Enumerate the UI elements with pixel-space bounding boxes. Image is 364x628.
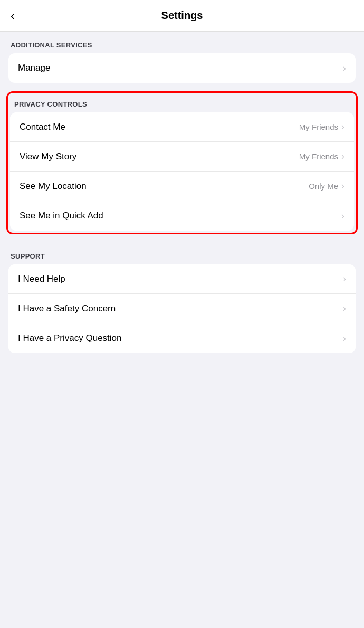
view-my-story-item[interactable]: View My Story My Friends › — [10, 142, 354, 172]
need-help-item[interactable]: I Need Help › — [8, 264, 356, 294]
safety-concern-item[interactable]: I Have a Safety Concern › — [8, 294, 356, 323]
see-me-in-quick-add-chevron: › — [341, 211, 344, 222]
privacy-controls-label: PRIVACY CONTROLS — [10, 95, 354, 112]
manage-chevron: › — [343, 63, 346, 74]
privacy-question-right: › — [343, 333, 346, 344]
see-my-location-label: See My Location — [20, 181, 87, 192]
additional-services-label: ADDITIONAL SERVICES — [0, 32, 364, 53]
view-my-story-label: View My Story — [20, 151, 76, 162]
need-help-label: I Need Help — [18, 274, 65, 284]
support-card: I Need Help › I Have a Safety Concern › … — [8, 264, 356, 353]
privacy-controls-card: Contact Me My Friends › View My Story My… — [10, 112, 354, 231]
safety-concern-chevron: › — [343, 303, 346, 314]
view-my-story-value: My Friends — [299, 152, 338, 161]
manage-right: › — [343, 63, 346, 74]
see-me-in-quick-add-item[interactable]: See Me in Quick Add › — [10, 201, 354, 231]
contact-me-right: My Friends › — [299, 121, 344, 132]
privacy-question-chevron: › — [343, 333, 346, 344]
see-my-location-right: Only Me › — [309, 180, 344, 192]
see-my-location-value: Only Me — [309, 182, 338, 191]
need-help-right: › — [343, 273, 346, 284]
see-me-in-quick-add-label: See Me in Quick Add — [20, 211, 103, 221]
manage-item[interactable]: Manage › — [8, 53, 356, 83]
support-section: SUPPORT I Need Help › I Have a Safety Co… — [0, 243, 364, 353]
privacy-question-item[interactable]: I Have a Privacy Question › — [8, 323, 356, 353]
privacy-question-label: I Have a Privacy Question — [18, 333, 122, 344]
support-label: SUPPORT — [0, 243, 364, 264]
see-my-location-item[interactable]: See My Location Only Me › — [10, 172, 354, 201]
manage-label: Manage — [18, 63, 50, 73]
view-my-story-chevron: › — [341, 151, 344, 162]
privacy-controls-section: PRIVACY CONTROLS Contact Me My Friends ›… — [6, 91, 358, 234]
safety-concern-right: › — [343, 303, 346, 314]
additional-services-section: ADDITIONAL SERVICES Manage › — [0, 32, 364, 83]
settings-header: ‹ Settings — [0, 0, 364, 32]
contact-me-item[interactable]: Contact Me My Friends › — [10, 112, 354, 142]
back-button[interactable]: ‹ — [11, 8, 15, 23]
see-me-in-quick-add-right: › — [341, 211, 344, 222]
contact-me-value: My Friends — [299, 122, 338, 131]
additional-services-card: Manage › — [8, 53, 356, 83]
safety-concern-label: I Have a Safety Concern — [18, 303, 116, 314]
view-my-story-right: My Friends › — [299, 151, 344, 162]
need-help-chevron: › — [343, 273, 346, 284]
see-my-location-chevron: › — [341, 180, 344, 192]
contact-me-chevron: › — [341, 121, 344, 132]
contact-me-label: Contact Me — [20, 122, 65, 132]
page-title: Settings — [161, 9, 203, 22]
